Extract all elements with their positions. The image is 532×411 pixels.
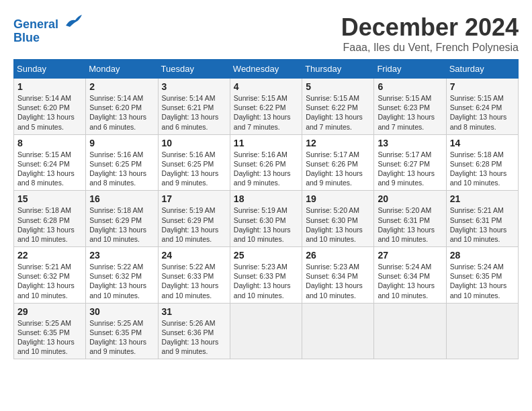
calendar-week-row: 15Sunrise: 5:18 AM Sunset: 6:28 PM Dayli… — [14, 191, 519, 247]
day-number: 7 — [450, 81, 515, 92]
day-number: 28 — [450, 250, 515, 261]
day-number: 11 — [234, 138, 298, 148]
calendar-day-cell: 14Sunrise: 5:18 AM Sunset: 6:28 PM Dayli… — [446, 134, 518, 191]
calendar-day-cell — [302, 303, 374, 359]
calendar-day-cell: 22Sunrise: 5:21 AM Sunset: 6:32 PM Dayli… — [14, 247, 86, 304]
calendar-day-cell: 9Sunrise: 5:16 AM Sunset: 6:25 PM Daylig… — [86, 134, 158, 191]
weekday-header-cell: Friday — [374, 60, 446, 79]
day-number: 3 — [162, 81, 226, 92]
calendar-day-cell — [374, 303, 446, 359]
day-info: Sunrise: 5:25 AM Sunset: 6:35 PM Dayligh… — [17, 318, 82, 357]
weekday-header-cell: Tuesday — [158, 60, 230, 79]
logo-bird-icon — [63, 13, 82, 28]
day-number: 22 — [17, 250, 82, 261]
calendar-day-cell: 21Sunrise: 5:21 AM Sunset: 6:31 PM Dayli… — [446, 191, 518, 247]
day-number: 17 — [162, 193, 226, 204]
calendar-day-cell: 10Sunrise: 5:16 AM Sunset: 6:25 PM Dayli… — [158, 134, 230, 191]
calendar-day-cell: 29Sunrise: 5:25 AM Sunset: 6:35 PM Dayli… — [14, 303, 86, 359]
calendar-day-cell: 2Sunrise: 5:14 AM Sunset: 6:20 PM Daylig… — [86, 79, 158, 135]
calendar-day-cell: 20Sunrise: 5:20 AM Sunset: 6:31 PM Dayli… — [374, 191, 446, 247]
calendar-day-cell: 6Sunrise: 5:15 AM Sunset: 6:23 PM Daylig… — [374, 79, 446, 135]
day-info: Sunrise: 5:16 AM Sunset: 6:25 PM Dayligh… — [89, 150, 154, 188]
calendar-table: SundayMondayTuesdayWednesdayThursdayFrid… — [13, 59, 519, 359]
day-info: Sunrise: 5:16 AM Sunset: 6:26 PM Dayligh… — [234, 150, 298, 188]
day-info: Sunrise: 5:21 AM Sunset: 6:31 PM Dayligh… — [450, 205, 515, 244]
day-info: Sunrise: 5:15 AM Sunset: 6:24 PM Dayligh… — [17, 150, 82, 188]
day-number: 29 — [17, 306, 82, 317]
logo-line1: General — [13, 17, 58, 31]
day-info: Sunrise: 5:17 AM Sunset: 6:27 PM Dayligh… — [378, 150, 442, 188]
calendar-body: 1Sunrise: 5:14 AM Sunset: 6:20 PM Daylig… — [14, 79, 519, 359]
calendar-day-cell: 11Sunrise: 5:16 AM Sunset: 6:26 PM Dayli… — [230, 134, 302, 191]
day-number: 5 — [306, 81, 370, 92]
day-info: Sunrise: 5:26 AM Sunset: 6:36 PM Dayligh… — [162, 318, 226, 357]
day-number: 8 — [17, 138, 82, 148]
day-info: Sunrise: 5:15 AM Sunset: 6:22 PM Dayligh… — [306, 93, 370, 132]
calendar-day-cell: 5Sunrise: 5:15 AM Sunset: 6:22 PM Daylig… — [302, 79, 374, 135]
calendar-day-cell: 7Sunrise: 5:15 AM Sunset: 6:24 PM Daylig… — [446, 79, 518, 135]
calendar-day-cell: 18Sunrise: 5:19 AM Sunset: 6:30 PM Dayli… — [230, 191, 302, 247]
day-info: Sunrise: 5:14 AM Sunset: 6:20 PM Dayligh… — [89, 93, 154, 132]
day-number: 13 — [378, 138, 442, 148]
title-block: December 2024 Faaa, Iles du Vent, French… — [341, 13, 519, 54]
calendar-week-row: 8Sunrise: 5:15 AM Sunset: 6:24 PM Daylig… — [14, 134, 519, 191]
weekday-header-row: SundayMondayTuesdayWednesdayThursdayFrid… — [14, 60, 519, 79]
weekday-header-cell: Wednesday — [230, 60, 302, 79]
day-number: 10 — [162, 138, 226, 148]
calendar-week-row: 29Sunrise: 5:25 AM Sunset: 6:35 PM Dayli… — [14, 303, 519, 359]
day-info: Sunrise: 5:20 AM Sunset: 6:31 PM Dayligh… — [378, 205, 442, 244]
calendar-day-cell: 17Sunrise: 5:19 AM Sunset: 6:29 PM Dayli… — [158, 191, 230, 247]
day-info: Sunrise: 5:14 AM Sunset: 6:20 PM Dayligh… — [17, 93, 82, 132]
calendar-day-cell: 31Sunrise: 5:26 AM Sunset: 6:36 PM Dayli… — [158, 303, 230, 359]
calendar-day-cell: 24Sunrise: 5:22 AM Sunset: 6:33 PM Dayli… — [158, 247, 230, 304]
calendar-day-cell: 1Sunrise: 5:14 AM Sunset: 6:20 PM Daylig… — [14, 79, 86, 135]
day-info: Sunrise: 5:19 AM Sunset: 6:30 PM Dayligh… — [234, 205, 298, 244]
calendar-day-cell: 27Sunrise: 5:24 AM Sunset: 6:34 PM Dayli… — [374, 247, 446, 304]
day-number: 24 — [162, 250, 226, 261]
day-info: Sunrise: 5:16 AM Sunset: 6:25 PM Dayligh… — [162, 150, 226, 188]
logo-text: General — [13, 13, 82, 32]
day-info: Sunrise: 5:23 AM Sunset: 6:34 PM Dayligh… — [306, 262, 370, 300]
page-header: General Blue December 2024 Faaa, Iles du… — [13, 13, 519, 54]
weekday-header-cell: Saturday — [446, 60, 518, 79]
day-info: Sunrise: 5:19 AM Sunset: 6:29 PM Dayligh… — [162, 205, 226, 244]
day-info: Sunrise: 5:21 AM Sunset: 6:32 PM Dayligh… — [17, 262, 82, 300]
day-number: 27 — [378, 250, 442, 261]
weekday-header-cell: Thursday — [302, 60, 374, 79]
day-number: 6 — [378, 81, 442, 92]
day-number: 26 — [306, 250, 370, 261]
calendar-subtitle: Faaa, Iles du Vent, French Polynesia — [341, 42, 519, 54]
calendar-week-row: 1Sunrise: 5:14 AM Sunset: 6:20 PM Daylig… — [14, 79, 519, 135]
calendar-day-cell: 13Sunrise: 5:17 AM Sunset: 6:27 PM Dayli… — [374, 134, 446, 191]
calendar-day-cell: 4Sunrise: 5:15 AM Sunset: 6:22 PM Daylig… — [230, 79, 302, 135]
day-info: Sunrise: 5:18 AM Sunset: 6:28 PM Dayligh… — [450, 150, 515, 188]
day-number: 1 — [17, 81, 82, 92]
day-info: Sunrise: 5:23 AM Sunset: 6:33 PM Dayligh… — [234, 262, 298, 300]
day-number: 31 — [162, 306, 226, 317]
day-number: 4 — [234, 81, 298, 92]
day-number: 20 — [378, 193, 442, 204]
calendar-day-cell: 25Sunrise: 5:23 AM Sunset: 6:33 PM Dayli… — [230, 247, 302, 304]
calendar-day-cell: 15Sunrise: 5:18 AM Sunset: 6:28 PM Dayli… — [14, 191, 86, 247]
day-number: 15 — [17, 193, 82, 204]
day-info: Sunrise: 5:15 AM Sunset: 6:23 PM Dayligh… — [378, 93, 442, 132]
day-info: Sunrise: 5:17 AM Sunset: 6:26 PM Dayligh… — [306, 150, 370, 188]
day-info: Sunrise: 5:15 AM Sunset: 6:24 PM Dayligh… — [450, 93, 515, 132]
calendar-day-cell: 30Sunrise: 5:25 AM Sunset: 6:35 PM Dayli… — [86, 303, 158, 359]
day-number: 23 — [89, 250, 154, 261]
day-info: Sunrise: 5:24 AM Sunset: 6:35 PM Dayligh… — [450, 262, 515, 300]
calendar-day-cell: 19Sunrise: 5:20 AM Sunset: 6:30 PM Dayli… — [302, 191, 374, 247]
calendar-title: December 2024 — [341, 13, 519, 42]
logo: General Blue — [13, 13, 82, 45]
day-number: 12 — [306, 138, 370, 148]
day-info: Sunrise: 5:24 AM Sunset: 6:34 PM Dayligh… — [378, 262, 442, 300]
logo-line2-text: Blue — [13, 32, 82, 45]
calendar-day-cell: 3Sunrise: 5:14 AM Sunset: 6:21 PM Daylig… — [158, 79, 230, 135]
day-number: 19 — [306, 193, 370, 204]
calendar-day-cell — [446, 303, 518, 359]
calendar-week-row: 22Sunrise: 5:21 AM Sunset: 6:32 PM Dayli… — [14, 247, 519, 304]
calendar-day-cell: 12Sunrise: 5:17 AM Sunset: 6:26 PM Dayli… — [302, 134, 374, 191]
day-info: Sunrise: 5:22 AM Sunset: 6:33 PM Dayligh… — [162, 262, 226, 300]
day-number: 30 — [89, 306, 154, 317]
day-number: 21 — [450, 193, 515, 204]
